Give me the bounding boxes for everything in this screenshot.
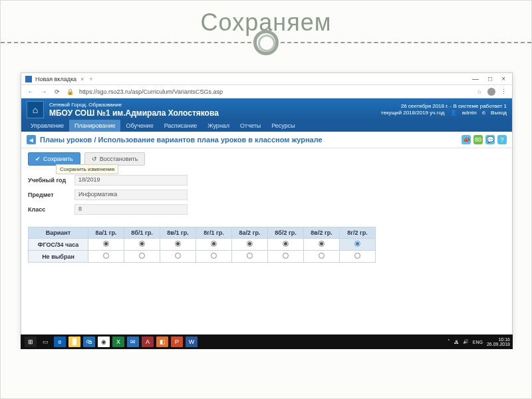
store-icon[interactable]: 🛍 xyxy=(83,336,95,347)
radio-fgos-3[interactable] xyxy=(175,241,181,247)
radio-none-2[interactable] xyxy=(139,253,145,259)
radio-none-6[interactable] xyxy=(283,253,289,259)
label-subject: Предмет xyxy=(28,192,74,198)
bookmark-star-icon[interactable]: ☆ xyxy=(477,88,482,95)
tray-chevron-icon[interactable]: ˄ xyxy=(448,339,450,344)
browser-tabstrip: Новая вкладка × + — □ × xyxy=(21,73,512,85)
app-title: МБОУ СОШ №1 им.Адмирала Холостякова xyxy=(49,108,219,118)
table-header-row: Вариант 8а/1 гр. 8б/1 гр. 8в/1 гр. 8г/1 … xyxy=(29,227,376,239)
label-year: Учебный год xyxy=(28,177,74,184)
nav-back-icon[interactable]: ← xyxy=(27,88,35,96)
window-minimize-icon[interactable]: — xyxy=(472,75,479,82)
excel-icon[interactable]: X xyxy=(112,336,124,347)
app-subtitle: Сетевой Город. Образование xyxy=(49,102,219,108)
radio-none-4[interactable] xyxy=(211,253,217,259)
chrome-icon[interactable]: ◉ xyxy=(98,336,110,347)
save-tooltip: Сохранить изменения xyxy=(56,164,118,174)
restore-button-label: Восстановить xyxy=(100,156,138,162)
app-header: ⌂ Сетевой Город. Образование МБОУ СОШ №1… xyxy=(21,98,512,120)
nav-resources[interactable]: Ресурсы xyxy=(266,120,301,132)
radio-fgos-2[interactable] xyxy=(139,241,145,247)
field-subject[interactable]: Информатика xyxy=(74,190,188,200)
radio-none-3[interactable] xyxy=(175,253,181,259)
table-row-fgos: ФГОС/34 часа xyxy=(29,239,376,251)
tray-date[interactable]: 26.09.2018 xyxy=(487,342,510,346)
filter-form: Учебный год 18/2019 Предмет Информатика … xyxy=(21,170,512,224)
announce-icon[interactable]: 📣 xyxy=(462,135,471,144)
user-icon: 👤 xyxy=(450,110,457,116)
nav-education[interactable]: Обучение xyxy=(120,120,158,132)
radio-fgos-5[interactable] xyxy=(247,241,253,247)
header-date-status: 26 сентября 2018 г. - В системе работает… xyxy=(377,103,507,110)
header-user[interactable]: admin xyxy=(462,110,477,116)
col-3: 8в/1 гр. xyxy=(160,227,196,239)
decorative-ring xyxy=(253,30,279,55)
tab-favicon xyxy=(25,76,32,82)
col-7: 8в/2 гр. xyxy=(304,227,340,239)
radio-none-5[interactable] xyxy=(247,253,253,259)
word-icon[interactable]: W xyxy=(186,336,198,347)
tray-lang[interactable]: ENG xyxy=(473,340,483,344)
messages-badge[interactable]: 80 xyxy=(473,135,483,144)
help-icon[interactable]: ? xyxy=(497,135,507,144)
action-toolbar: ✔ Сохранить ↺ Восстановить Сохранить изм… xyxy=(21,148,512,170)
radio-fgos-1[interactable] xyxy=(103,241,109,247)
col-variant: Вариант xyxy=(29,227,88,239)
breadcrumb-bar: ◄ Планы уроков / Использование вариантов… xyxy=(21,132,512,148)
window-maximize-icon[interactable]: □ xyxy=(488,75,492,82)
lock-icon: 🔒 xyxy=(66,88,74,95)
nav-journal[interactable]: Журнал xyxy=(202,120,235,132)
radio-fgos-8[interactable] xyxy=(354,241,360,247)
radio-none-8[interactable] xyxy=(354,253,360,259)
mail-icon[interactable]: ✉ xyxy=(127,336,139,347)
nav-reports[interactable]: Отчеты xyxy=(235,120,266,132)
row-label-fgos: ФГОС/34 часа xyxy=(29,239,88,251)
col-8: 8г/2 гр. xyxy=(340,227,376,239)
browser-toolbar: ← → ⟳ 🔒 https://sgo.rso23.ru/asp/Curricu… xyxy=(21,85,512,98)
access-icon[interactable]: A xyxy=(142,336,154,347)
col-1: 8а/1 гр. xyxy=(88,227,124,239)
back-button[interactable]: ◄ xyxy=(27,135,36,144)
browser-tab-title[interactable]: Новая вкладка xyxy=(35,76,76,82)
browser-menu-icon[interactable]: ⋮ xyxy=(501,88,507,95)
save-button[interactable]: ✔ Сохранить xyxy=(28,152,80,166)
radio-fgos-6[interactable] xyxy=(283,241,289,247)
nav-planning[interactable]: Планирование xyxy=(69,120,120,132)
start-button[interactable]: ⊞ xyxy=(25,336,37,347)
nav-forward-icon[interactable]: → xyxy=(40,88,48,96)
field-year[interactable]: 18/2019 xyxy=(74,175,188,186)
radio-fgos-7[interactable] xyxy=(319,241,325,247)
logout-icon: ⎋ xyxy=(482,110,485,116)
col-5: 8а/2 гр. xyxy=(232,227,268,239)
radio-none-7[interactable] xyxy=(319,253,325,259)
nav-schedule[interactable]: Расписание xyxy=(159,120,203,132)
profile-icon[interactable] xyxy=(487,88,495,96)
edge-icon[interactable]: e xyxy=(54,336,66,347)
browser-window: Новая вкладка × + — □ × ← → ⟳ 🔒 https://… xyxy=(21,72,513,344)
tray-volume-icon[interactable]: 🔊 xyxy=(463,339,469,344)
app-icon[interactable]: ◧ xyxy=(156,336,168,347)
restore-icon: ↺ xyxy=(92,156,97,162)
nav-reload-icon[interactable]: ⟳ xyxy=(53,88,61,96)
radio-fgos-4[interactable] xyxy=(211,241,217,247)
new-tab-icon[interactable]: + xyxy=(89,76,92,82)
radio-none-1[interactable] xyxy=(103,253,109,259)
header-year: текущий 2018/2019 уч.год xyxy=(381,110,444,116)
save-icon: ✔ xyxy=(35,156,41,162)
restore-button[interactable]: ↺ Восстановить xyxy=(84,152,146,166)
window-close-icon[interactable]: × xyxy=(501,75,505,82)
breadcrumb: Планы уроков / Использование вариантов п… xyxy=(40,136,323,144)
explorer-icon[interactable]: ▉ xyxy=(68,336,80,347)
nav-management[interactable]: Управление xyxy=(25,120,69,132)
col-6: 8б/2 гр. xyxy=(268,227,304,239)
row-label-none: Не выбран xyxy=(29,251,88,263)
tray-time[interactable]: 10:16 xyxy=(498,337,510,342)
chat-icon[interactable]: 💬 xyxy=(485,135,495,144)
tray-network-icon[interactable]: 🖧 xyxy=(454,340,459,344)
header-logout[interactable]: Выход xyxy=(491,110,507,116)
tab-close-icon[interactable]: × xyxy=(80,76,84,82)
field-class[interactable]: 8 xyxy=(74,204,188,215)
address-bar[interactable]: https://sgo.rso23.ru/asp/Curriculum/Vari… xyxy=(79,88,471,95)
taskview-icon[interactable]: ▭ xyxy=(39,336,51,347)
powerpoint-icon[interactable]: P xyxy=(171,336,183,347)
